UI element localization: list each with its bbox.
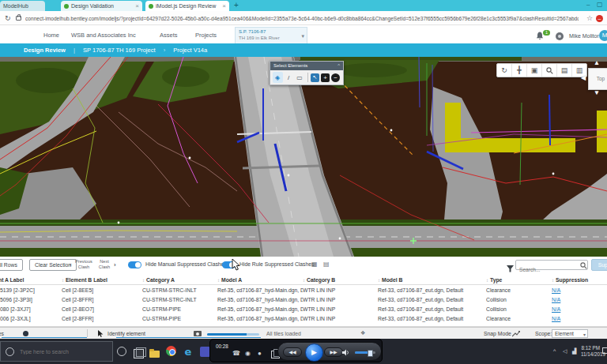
tray-expand-icon[interactable]: ^	[553, 348, 556, 354]
bookmark-star-icon[interactable]: ☆	[586, 14, 593, 22]
column-header[interactable]: Element A Label	[0, 275, 62, 284]
search-input[interactable]	[516, 265, 579, 274]
clash-detection-panel: Select All Rows Clear Selection ‹ Previo…	[0, 257, 607, 327]
volume-icon[interactable]: ◁	[563, 348, 567, 355]
scope-select[interactable]: Element ▾	[552, 329, 588, 338]
webcam-icon[interactable]: ◉	[245, 350, 251, 358]
view-cube[interactable]: Top	[588, 68, 607, 90]
next-clash-chevron[interactable]: ›	[114, 261, 116, 268]
suppression-link[interactable]: N/A	[552, 295, 604, 305]
suppress-button[interactable]: Suppress	[591, 259, 607, 271]
column-header[interactable]: ↕Model B	[378, 275, 486, 284]
selection-info-icon[interactable]: ❖	[360, 330, 365, 336]
box-select-icon[interactable]: ▭	[295, 72, 305, 83]
table-cell: Ref-33, cd7106-87_eut.dgn, Default	[378, 286, 486, 295]
window-maximize-button[interactable]: ▢	[597, 2, 603, 8]
refresh-icon[interactable]: ↻	[5, 14, 11, 22]
url-input[interactable]	[24, 13, 580, 24]
chrome-icon[interactable]	[165, 345, 178, 358]
table-cell: 080 [2-3XJ7]	[0, 305, 62, 314]
messages-button[interactable]: Messages	[0, 331, 4, 336]
fit-view-icon[interactable]: ▣	[527, 64, 542, 77]
window-area-icon[interactable]: ▤	[557, 64, 572, 77]
hide-manual-suppressed-toggle[interactable]	[128, 261, 141, 268]
task-view-icon[interactable]	[132, 345, 145, 358]
avatar[interactable]: M	[599, 30, 607, 41]
scope-value: Element	[555, 331, 574, 336]
table-row[interactable]: 006 [2-3XJL]Cell [2-8FFR]CU-STRM-PIPERef…	[0, 314, 607, 324]
cube-arrow-up-icon[interactable]: ▲	[594, 60, 600, 66]
filter-icon[interactable]	[507, 261, 514, 276]
select-mode-add-icon[interactable]: +	[321, 73, 330, 82]
select-all-rows-button[interactable]: Select All Rows	[0, 259, 23, 271]
chevron-right-icon: ›	[164, 47, 166, 54]
project-tab[interactable]: S.P. 7106-87 TH 169 in Elk River ▾	[235, 27, 307, 43]
column-header[interactable]: ↕Model A	[217, 275, 303, 284]
column-header[interactable]: ↕Element B Label	[62, 275, 142, 284]
camera-icon	[194, 331, 202, 336]
help-icon[interactable]	[556, 32, 564, 40]
suppression-link[interactable]: N/A	[552, 305, 604, 314]
cube-arrow-left-icon[interactable]: ◀	[581, 75, 586, 81]
cortana-icon[interactable]	[115, 345, 128, 358]
tab-close-icon[interactable]: ×	[219, 2, 226, 9]
suppression-link[interactable]: N/A	[552, 286, 604, 295]
table-cell: Clearance	[486, 314, 552, 324]
volume-slider[interactable]	[355, 351, 375, 354]
new-tab-button[interactable]: +	[234, 2, 239, 9]
play-button[interactable]: ▶	[305, 343, 323, 362]
window-minimize-button[interactable]: –	[586, 2, 590, 8]
rewind-button[interactable]: ◀◀	[283, 347, 302, 357]
breadcrumb-project[interactable]: SP 1706-87 TH 169 Project	[83, 47, 155, 54]
table-row[interactable]: 5096 [2-3P3I]Cell [2-8FFR]CU-STRM-STRC-I…	[0, 295, 607, 305]
nav-item-home[interactable]: Home	[43, 32, 59, 39]
pick-select-icon[interactable]: ◈	[273, 72, 283, 83]
nav-item-org[interactable]: WSB and Associates Inc	[71, 32, 136, 39]
nav-item-projects[interactable]: Projects	[195, 32, 217, 39]
edge-icon[interactable]: e	[182, 345, 194, 358]
select-mode-new-icon[interactable]: ↖	[311, 73, 319, 82]
browser-tab-design-review[interactable]: iModel.js Design Review ×	[145, 1, 229, 11]
next-clash-button[interactable]: Next Clash	[94, 259, 115, 269]
snap-icon	[512, 331, 520, 337]
suppression-link[interactable]: N/A	[552, 314, 604, 324]
phone-icon[interactable]: ☎	[232, 350, 240, 358]
line-select-icon[interactable]: /	[284, 72, 294, 83]
select-mode-remove-icon[interactable]: −	[331, 73, 340, 82]
previous-clash-chevron[interactable]: ‹	[70, 261, 72, 268]
snap-mode-button[interactable]: Snap Mode	[484, 331, 511, 336]
collapse-icon[interactable]: ^	[337, 62, 340, 70]
export-icon[interactable]: ▤	[323, 261, 330, 268]
column-header[interactable]: ↕Suppression	[552, 275, 604, 284]
file-explorer-icon[interactable]	[149, 345, 161, 358]
table-row[interactable]: 5139 [2-3P2C]Cell [2-8EE5]CU-STRM-STRC-I…	[0, 286, 607, 295]
action-center-icon[interactable]	[602, 347, 607, 354]
tiles-status: All tiles loaded	[266, 331, 301, 336]
fast-forward-button[interactable]: ▶▶	[324, 347, 343, 357]
network-icon[interactable]: ▟	[572, 348, 576, 355]
column-header[interactable]: ↕Type	[486, 275, 552, 284]
browser-tab-modelhub[interactable]: ModelHub	[0, 1, 45, 11]
speaker-icon[interactable]	[342, 349, 350, 356]
zoom-icon[interactable]	[542, 64, 557, 77]
grid-icon[interactable]: ▦	[311, 261, 318, 268]
nav-item-assets[interactable]: Assets	[160, 32, 178, 39]
breadcrumb-version[interactable]: Project V14a	[173, 47, 207, 54]
column-header[interactable]: ↕Category B	[303, 275, 378, 284]
viewport-3d[interactable]: Select Elements ^ ◈ / ▭ ↖ + − ↻ ╋ ▣ ▤ ▥ …	[0, 57, 607, 257]
select-tool-title: Select Elements	[273, 62, 307, 70]
pan-icon[interactable]: ╋	[512, 64, 527, 77]
table-row[interactable]: 080 [2-3XJ7]Cell [2-8EO7]CU-STRM-PIPERef…	[0, 305, 607, 314]
tab-close-icon[interactable]: ×	[132, 2, 139, 9]
mic-icon[interactable]: ●	[258, 350, 262, 358]
taskbar-clock[interactable]: 8:12 PM 11/14/2019	[581, 345, 600, 358]
taskbar-search-input[interactable]	[18, 348, 100, 355]
orbit-icon[interactable]: ↻	[497, 64, 512, 77]
cube-arrow-down-icon[interactable]: ▼	[594, 90, 600, 96]
taskbar-search-box[interactable]	[0, 341, 113, 362]
browser-tab-design-validation[interactable]: Design Validation ×	[61, 1, 142, 11]
search-ring-icon	[6, 347, 14, 356]
column-header[interactable]: ↕Category A	[142, 275, 217, 284]
previous-clash-button[interactable]: Previous Clash	[74, 259, 94, 269]
extension-icon[interactable]: –	[596, 15, 603, 22]
